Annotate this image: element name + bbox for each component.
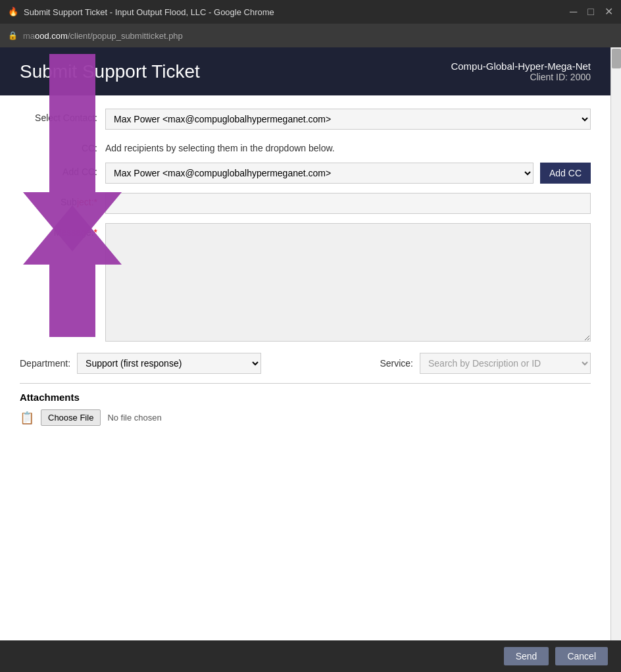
scrollbar[interactable] [610,47,621,640]
subject-row: Subject:* [20,193,591,214]
add-cc-label: Add CC: [20,163,105,177]
message-row: Message:* [20,223,591,344]
browser-favicon: 🔥 [8,7,18,17]
subject-label: Subject:* [20,193,105,207]
dept-service-row: Department: Support (first response) Ser… [20,353,591,374]
department-label: Department: [20,358,70,369]
cc-label: CC: [20,139,105,153]
select-contact-wrap: Max Power <max@compuglobalhypermeganet.c… [105,109,591,130]
subject-required: ject:* [77,197,97,207]
url-path: /client/popup_submitticket.php [68,31,183,41]
subject-input[interactable] [105,193,591,214]
page-header: Submit Support Ticket Compu-Global-Hyper… [0,47,610,95]
client-id: Client ID: 2000 [451,72,591,82]
address-bar: 🔒 maood.com/client/popup_submitticket.ph… [0,24,621,47]
page-content: Submit Support Ticket Compu-Global-Hyper… [0,47,610,640]
file-input-row: 📋 Choose File No file chosen [20,409,591,426]
form-container: Select Contact: Max Power <max@compuglob… [0,95,610,448]
lock-icon: 🔒 [8,31,18,40]
company-name: Compu-Global-Hyper-Mega-Net [451,61,591,72]
add-cc-select[interactable]: Max Power <max@compuglobalhypermeganet.c… [105,163,534,184]
message-label: Message:* [20,223,105,238]
service-wrap: Service: Search by Description or ID [380,353,591,374]
browser-url: maood.com/client/popup_submitticket.php [23,31,183,41]
message-wrap [105,223,591,344]
choose-file-button[interactable]: Choose File [41,409,101,426]
service-label: Service: [380,358,413,369]
subject-wrap [105,193,591,214]
message-textarea[interactable] [105,223,591,342]
message-label-text: Message: [54,227,94,238]
browser-titlebar: 🔥 Submit Support Ticket - Input Output F… [0,0,621,24]
browser-window-controls: ─ □ ✕ [570,7,613,17]
department-wrap: Department: Support (first response) [20,353,261,374]
add-cc-button[interactable]: Add CC [540,163,591,184]
subject-label-text: Sub [61,197,77,207]
file-icon: 📋 [20,411,34,425]
attachments-section: Attachments 📋 Choose File No file chosen [20,383,591,426]
maximize-button[interactable]: □ [587,7,594,17]
cancel-button[interactable]: Cancel [555,647,608,665]
header-info: Compu-Global-Hyper-Mega-Net Client ID: 2… [451,61,591,82]
no-file-chosen-text: No file chosen [107,413,161,423]
browser-title: Submit Support Ticket - Input Output Flo… [24,7,274,17]
cc-text-wrap: Add recipients by selecting them in the … [105,139,591,153]
page-title: Submit Support Ticket [20,61,200,82]
url-dimmed: ma [23,31,35,41]
department-dropdown[interactable]: Support (first response) [77,353,261,374]
select-contact-dropdown[interactable]: Max Power <max@compuglobalhypermeganet.c… [105,109,591,130]
url-highlight: ood.com [35,31,68,41]
minimize-button[interactable]: ─ [570,7,577,17]
titlebar-left: 🔥 Submit Support Ticket - Input Output F… [8,7,274,17]
add-cc-row: Add CC: Max Power <max@compuglobalhyperm… [20,163,591,184]
cc-row: CC: Add recipients by selecting them in … [20,139,591,153]
service-dropdown[interactable]: Search by Description or ID [420,353,591,374]
bottom-bar: Send Cancel [0,640,621,672]
close-button[interactable]: ✕ [605,7,613,17]
add-cc-input-row: Max Power <max@compuglobalhypermeganet.c… [105,163,591,184]
send-button[interactable]: Send [504,647,549,665]
select-contact-row: Select Contact: Max Power <max@compuglob… [20,109,591,130]
message-required: * [94,227,97,238]
cc-description: Add recipients by selecting them in the … [105,139,591,153]
attachments-title: Attachments [20,392,591,403]
select-contact-label: Select Contact: [20,109,105,123]
add-cc-wrap: Max Power <max@compuglobalhypermeganet.c… [105,163,591,184]
scrollbar-thumb[interactable] [612,49,621,68]
